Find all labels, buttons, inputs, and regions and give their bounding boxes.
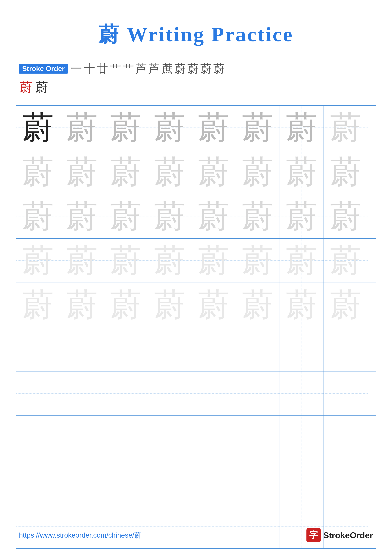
grid-cell[interactable]: 蔚 [192,150,236,194]
grid-cell-empty[interactable] [236,460,280,504]
grid-cell[interactable]: 蔚 [148,239,192,283]
grid-cell[interactable]: 蔚 [280,194,324,238]
grid-row-empty [16,327,376,372]
grid-cell[interactable]: 蔚 [192,239,236,283]
grid-cell-empty[interactable] [104,327,148,371]
grid-cell-empty[interactable] [16,460,60,504]
grid-cell[interactable]: 蔚 [324,150,368,194]
page-title: 蔚 Writing Practice [0,0,392,48]
grid-cell[interactable]: 蔚 [60,283,104,327]
stroke-final-chars: 蔚 蔚 [19,79,392,96]
grid-cell-empty[interactable] [324,372,368,416]
grid-row: 蔚 蔚 蔚 蔚 蔚 蔚 蔚 蔚 [16,106,376,150]
footer-brand: 字 StrokeOrder [306,528,373,542]
grid-cell[interactable]: 蔚 [280,106,324,150]
grid-cell[interactable]: 蔚 [280,150,324,194]
grid-cell[interactable]: 蔚 [324,106,368,150]
grid-cell-empty[interactable] [148,372,192,416]
grid-cell[interactable]: 蔚 [192,283,236,327]
grid-cell[interactable]: 蔚 [60,150,104,194]
grid-cell[interactable]: 蔚 [236,239,280,283]
brand-name: StrokeOrder [323,530,373,540]
grid-row: 蔚 蔚 蔚 蔚 蔚 蔚 蔚 蔚 [16,283,376,327]
grid-cell-empty[interactable] [60,327,104,371]
grid-cell[interactable]: 蔚 [148,106,192,150]
grid-cell-empty[interactable] [192,416,236,460]
grid-cell[interactable]: 蔚 [104,194,148,238]
grid-cell[interactable]: 蔚 [192,194,236,238]
grid-cell-empty[interactable] [60,416,104,460]
grid-cell-empty[interactable] [280,460,324,504]
grid-cell-empty[interactable] [280,327,324,371]
grid-cell[interactable]: 蔚 [16,194,60,238]
grid-cell[interactable]: 蔚 [236,150,280,194]
grid-cell-empty[interactable] [148,327,192,371]
grid-cell-empty[interactable] [192,327,236,371]
footer: https://www.strokeorder.com/chinese/蔚 字 … [0,528,392,542]
grid-cell[interactable]: 蔚 [324,239,368,283]
grid-row: 蔚 蔚 蔚 蔚 蔚 蔚 蔚 蔚 [16,150,376,194]
grid-cell-empty[interactable] [192,460,236,504]
grid-cell-empty[interactable] [236,372,280,416]
grid-cell-empty[interactable] [16,372,60,416]
grid-cell-empty[interactable] [60,460,104,504]
grid-cell[interactable]: 蔚 [148,194,192,238]
grid-cell[interactable]: 蔚 [104,283,148,327]
grid-cell-empty[interactable] [104,416,148,460]
footer-url[interactable]: https://www.strokeorder.com/chinese/蔚 [19,531,141,540]
grid-cell-empty[interactable] [192,372,236,416]
grid-cell[interactable]: 蔚 [16,150,60,194]
grid-cell[interactable]: 蔚 [192,106,236,150]
grid-cell-empty[interactable] [324,416,368,460]
grid-row-empty [16,460,376,504]
grid-cell-empty[interactable] [280,372,324,416]
grid-cell-empty[interactable] [324,327,368,371]
stroke-sequence: 一 十 廿 艹 艹 芦 芦 蔗 蔚 蔚 蔚 蔚 [71,61,225,76]
grid-cell[interactable]: 蔚 [16,283,60,327]
grid-cell-empty[interactable] [236,327,280,371]
grid-cell[interactable]: 蔚 [148,283,192,327]
practice-grid[interactable]: 蔚 蔚 蔚 蔚 蔚 蔚 蔚 蔚 蔚 蔚 蔚 蔚 蔚 蔚 蔚 蔚 蔚 蔚 蔚 蔚 … [16,105,376,549]
grid-cell[interactable]: 蔚 [148,150,192,194]
grid-cell[interactable]: 蔚 [280,239,324,283]
grid-cell-empty[interactable] [280,416,324,460]
grid-cell-empty[interactable] [148,460,192,504]
grid-cell-empty[interactable] [324,460,368,504]
grid-cell[interactable]: 蔚 [236,194,280,238]
grid-cell-empty[interactable] [148,416,192,460]
grid-cell[interactable]: 蔚 [60,194,104,238]
grid-cell[interactable]: 蔚 [236,106,280,150]
grid-row: 蔚 蔚 蔚 蔚 蔚 蔚 蔚 蔚 [16,194,376,239]
grid-cell[interactable]: 蔚 [60,106,104,150]
stroke-order-section: Stroke Order 一 十 廿 艹 艹 芦 芦 蔗 蔚 蔚 蔚 蔚 蔚 蔚 [0,61,392,96]
grid-cell-empty[interactable] [236,416,280,460]
strokeorder-icon: 字 [306,528,321,542]
grid-cell[interactable]: 蔚 [104,150,148,194]
grid-row-empty [16,372,376,416]
grid-row: 蔚 蔚 蔚 蔚 蔚 蔚 蔚 蔚 [16,239,376,283]
grid-cell[interactable]: 蔚 [324,194,368,238]
grid-cell[interactable]: 蔚 [16,106,60,150]
grid-cell[interactable]: 蔚 [16,239,60,283]
stroke-order-row: Stroke Order 一 十 廿 艹 艹 芦 芦 蔗 蔚 蔚 蔚 蔚 [19,61,392,76]
grid-cell[interactable]: 蔚 [104,106,148,150]
grid-cell[interactable]: 蔚 [104,239,148,283]
grid-cell[interactable]: 蔚 [236,283,280,327]
grid-cell[interactable]: 蔚 [60,239,104,283]
grid-cell[interactable]: 蔚 [280,283,324,327]
grid-cell-empty[interactable] [60,372,104,416]
grid-cell-empty[interactable] [104,372,148,416]
grid-cell-empty[interactable] [16,416,60,460]
stroke-order-badge: Stroke Order [19,64,68,73]
grid-cell[interactable]: 蔚 [324,283,368,327]
grid-row-empty [16,416,376,460]
grid-cell-empty[interactable] [16,327,60,371]
grid-cell-empty[interactable] [104,460,148,504]
